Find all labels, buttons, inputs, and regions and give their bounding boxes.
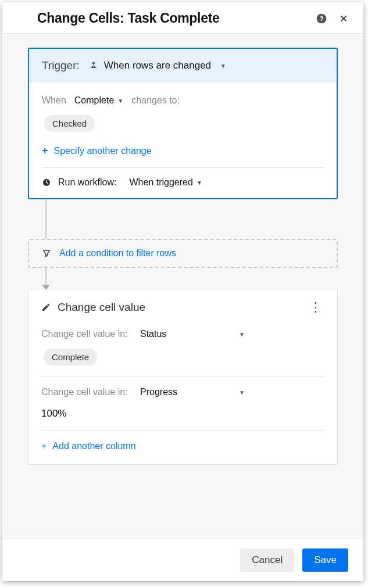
clock-icon <box>42 178 51 187</box>
workflow-modal: Change Cells: Task Complete ? Trigger: W… <box>2 2 363 581</box>
caret-icon: ▼ <box>239 331 245 338</box>
add-column-text: Add another column <box>52 441 135 451</box>
action-column-text: Progress <box>140 387 177 397</box>
modal-title: Change Cells: Task Complete <box>37 10 316 26</box>
help-icon[interactable]: ? <box>316 13 327 24</box>
divider <box>42 167 324 168</box>
action-column-select[interactable]: Status ▼ <box>140 329 245 339</box>
trigger-type-select[interactable]: When rows are changed ▼ <box>89 60 226 71</box>
trigger-column-text: Complete <box>74 95 114 106</box>
trigger-value-pill[interactable]: Checked <box>44 115 95 132</box>
trigger-label: Trigger: <box>42 59 80 72</box>
when-label: When <box>42 95 66 106</box>
field-label: Change cell value in: <box>41 329 140 339</box>
modal-body: Trigger: When rows are changed ▼ When Co… <box>2 34 363 539</box>
specify-link-text: Specify another change <box>54 146 152 156</box>
filter-icon <box>42 249 51 258</box>
add-another-column-link[interactable]: + Add another column <box>41 441 324 451</box>
action-value-pill[interactable]: Complete <box>44 349 97 365</box>
action-menu-button[interactable]: ⋮ <box>309 304 324 310</box>
plus-icon: + <box>41 441 47 451</box>
modal-footer: Cancel Save <box>2 539 363 581</box>
action-field-group: Change cell value in: Progress ▼ 100% <box>41 387 324 431</box>
caret-icon: ▼ <box>117 98 123 104</box>
save-button[interactable]: Save <box>302 548 348 572</box>
run-workflow-row: Run workflow: When triggered ▼ <box>42 177 324 188</box>
trigger-column-select[interactable]: Complete ▼ <box>74 95 123 106</box>
action-column-select[interactable]: Progress ▼ <box>140 387 245 397</box>
run-value-text: When triggered <box>129 177 192 188</box>
action-card: Change cell value ⋮ Change cell value in… <box>28 289 338 465</box>
plus-icon: + <box>42 145 48 157</box>
add-condition-text: Add a condition to filter rows <box>59 248 176 259</box>
caret-icon: ▼ <box>239 389 245 396</box>
action-column-text: Status <box>140 329 166 339</box>
trigger-card[interactable]: Trigger: When rows are changed ▼ When Co… <box>28 48 338 199</box>
action-field-group: Change cell value in: Status ▼ Complete <box>41 329 324 377</box>
svg-text:?: ? <box>319 15 323 22</box>
run-schedule-select[interactable]: When triggered ▼ <box>129 177 202 188</box>
trigger-header: Trigger: When rows are changed ▼ <box>29 49 337 83</box>
pencil-icon <box>41 303 51 312</box>
connector <box>28 199 338 239</box>
action-header: Change cell value ⋮ <box>28 289 337 329</box>
caret-icon: ▼ <box>220 63 226 69</box>
connector <box>28 268 338 289</box>
trigger-when-row: When Complete ▼ changes to: <box>42 95 324 106</box>
modal-header: Change Cells: Task Complete ? <box>2 2 363 34</box>
specify-another-change-link[interactable]: + Specify another change <box>42 145 324 157</box>
trigger-type-text: When rows are changed <box>104 60 211 71</box>
field-label: Change cell value in: <box>41 387 140 397</box>
caret-icon: ▼ <box>196 180 202 186</box>
add-condition-box[interactable]: Add a condition to filter rows <box>28 239 338 268</box>
close-icon[interactable] <box>338 13 349 24</box>
cancel-button[interactable]: Cancel <box>240 548 294 572</box>
run-label: Run workflow: <box>58 177 116 188</box>
action-value-text[interactable]: 100% <box>41 408 324 420</box>
action-title: Change cell value <box>58 301 302 314</box>
changes-to-label: changes to: <box>131 95 180 106</box>
